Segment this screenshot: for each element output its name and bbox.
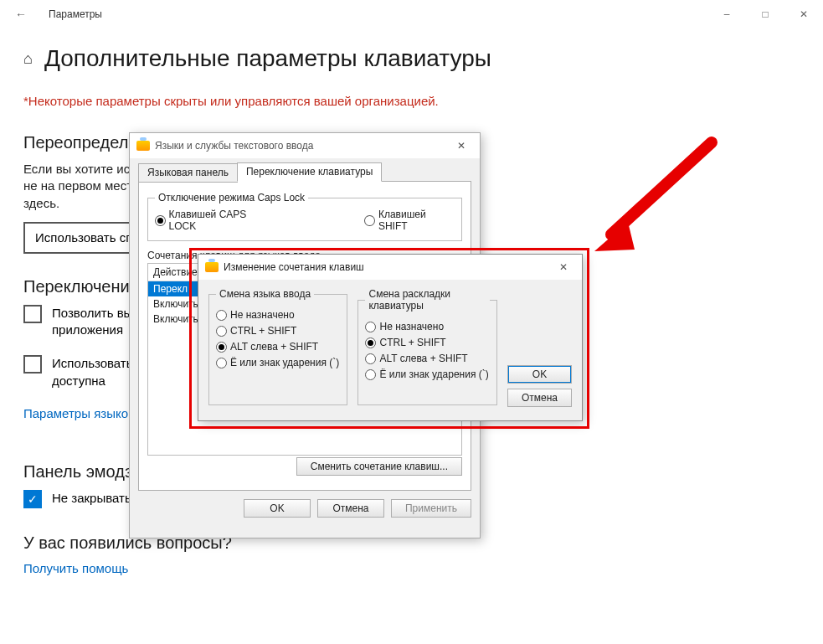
capslock-legend: Отключение режима Caps Lock — [155, 192, 308, 204]
radio-dot-icon — [216, 342, 227, 353]
radio-dot-icon — [216, 326, 227, 337]
radio-dot-icon — [365, 337, 376, 348]
dialog2-cancel-button[interactable]: Отмена — [507, 389, 572, 407]
radio-label: ALT слева + SHIFT — [230, 341, 318, 353]
checkbox-allow-per-app-label: Позволить выб приложения — [52, 305, 140, 339]
input-language-fieldset: Смена языка ввода Не назначено CTRL + SH… — [208, 288, 347, 405]
keyboard-icon — [205, 262, 219, 272]
radio-dot-icon — [365, 369, 376, 380]
radio-dot-icon — [216, 310, 227, 321]
radio-capslock[interactable]: Клавишей CAPS LOCK — [155, 209, 272, 232]
keyboard-icon — [136, 141, 150, 151]
radio-il-grave[interactable]: Ё или знак ударения (`) — [216, 357, 340, 368]
table-cell: Включить — [148, 296, 203, 312]
input-language-legend: Смена языка ввода — [216, 288, 314, 300]
radio-il-alt[interactable]: ALT слева + SHIFT — [216, 341, 340, 353]
dialog1-apply-button[interactable]: Применить — [391, 499, 471, 518]
radio-label: Ё или знак ударения (`) — [230, 357, 339, 368]
language-bar-link[interactable]: Параметры языко — [23, 406, 128, 420]
radio-kl-none[interactable]: Не назначено — [365, 321, 489, 332]
table-cell: Перекл — [148, 281, 193, 296]
radio-dot-icon — [364, 215, 375, 226]
radio-il-ctrl[interactable]: CTRL + SHIFT — [216, 325, 340, 337]
radio-label: Не назначено — [230, 309, 295, 321]
dialog1-cancel-button[interactable]: Отмена — [317, 499, 384, 518]
maximize-button[interactable]: □ — [746, 0, 784, 28]
dialog2-title: Изменение сочетания клавиш — [224, 261, 550, 273]
radio-kl-grave[interactable]: Ё или знак ударения (`) — [365, 368, 489, 380]
dialog1-close-icon[interactable]: ✕ — [448, 140, 475, 152]
window-titlebar: ← Параметры – □ ✕ — [0, 0, 823, 28]
get-help-link[interactable]: Получить помощь — [23, 561, 128, 575]
dialog2-ok-button[interactable]: OK — [507, 365, 572, 384]
radio-label: CTRL + SHIFT — [379, 337, 445, 348]
radio-label: ALT слева + SHIFT — [379, 353, 467, 364]
radio-kl-alt[interactable]: ALT слева + SHIFT — [365, 353, 489, 364]
checkbox-allow-per-app[interactable] — [23, 305, 42, 323]
dialog1-ok-button[interactable]: OK — [244, 499, 311, 518]
dialog1-titlebar[interactable]: Языки и службы текстового ввода ✕ — [130, 133, 480, 158]
radio-dot-icon — [216, 358, 227, 368]
radio-label: Не назначено — [379, 321, 444, 332]
keyboard-layout-fieldset: Смена раскладки клавиатуры Не назначено … — [357, 288, 496, 405]
tab-keyboard-switching[interactable]: Переключение клавиатуры — [237, 162, 382, 182]
checkbox-use-desktop-lang-label: Использовать доступна — [52, 355, 133, 389]
capslock-fieldset: Отключение режима Caps Lock Клавишей CAP… — [147, 192, 462, 241]
tab-language-bar[interactable]: Языковая панель — [138, 163, 238, 183]
radio-dot-icon — [155, 215, 166, 226]
radio-dot-icon — [365, 353, 376, 364]
radio-il-none[interactable]: Не назначено — [216, 309, 340, 321]
keyboard-layout-legend: Смена раскладки клавиатуры — [365, 288, 489, 312]
dialog2-close-icon[interactable]: ✕ — [550, 261, 577, 273]
radio-dot-icon — [365, 322, 376, 332]
back-icon[interactable]: ← — [15, 8, 27, 21]
table-cell: Включить — [148, 312, 203, 327]
radio-shift[interactable]: Клавишей SHIFT — [364, 209, 455, 232]
close-button[interactable]: ✕ — [784, 0, 823, 28]
page-title: Дополнительные параметры клавиатуры — [44, 45, 491, 72]
radio-capslock-label: Клавишей CAPS LOCK — [169, 209, 273, 232]
dialog2-titlebar[interactable]: Изменение сочетания клавиш ✕ — [198, 255, 582, 280]
window-title: Параметры — [49, 8, 707, 20]
radio-label: CTRL + SHIFT — [230, 325, 296, 337]
change-hotkey-button[interactable]: Сменить сочетание клавиш... — [296, 457, 462, 476]
radio-label: Ё или знак ударения (`) — [379, 368, 488, 380]
home-icon[interactable]: ⌂ — [23, 50, 33, 68]
checkbox-emoji-autoclose[interactable]: ✓ — [23, 490, 42, 508]
radio-shift-label: Клавишей SHIFT — [378, 209, 455, 232]
change-hotkey-dialog: Изменение сочетания клавиш ✕ Смена языка… — [198, 254, 583, 421]
dropdown-label: Использовать сп — [35, 230, 132, 245]
checkbox-use-desktop-lang[interactable] — [23, 355, 42, 374]
dialog1-title: Языки и службы текстового ввода — [155, 140, 448, 152]
policy-warning: *Некоторые параметры скрыты или управляю… — [23, 94, 800, 108]
minimize-button[interactable]: – — [707, 0, 746, 28]
radio-kl-ctrl[interactable]: CTRL + SHIFT — [365, 337, 489, 348]
